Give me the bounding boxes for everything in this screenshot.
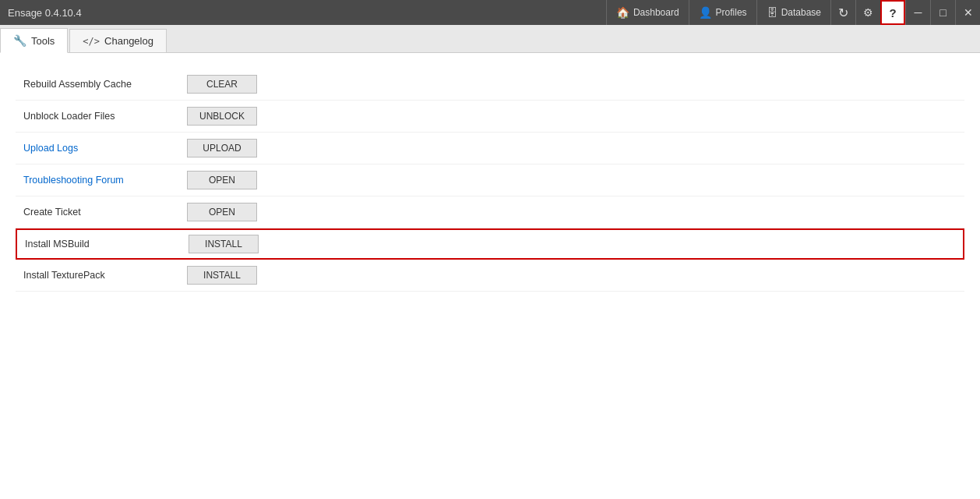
nav-profiles[interactable]: 👤 Profiles [689, 0, 756, 25]
app-body: 🔧 Tools </> Changelog Rebuild Assembly C… [0, 25, 980, 499]
dashboard-icon: 🏠 [616, 6, 629, 19]
tool-label: Troubleshooting Forum [23, 175, 187, 186]
refresh-button[interactable]: ↻ [830, 0, 855, 25]
maximize-button[interactable]: □ [930, 0, 955, 25]
tool-action-button[interactable]: UNBLOCK [187, 107, 257, 126]
minimize-button[interactable]: ─ [905, 0, 930, 25]
tool-label: Install MSBuild [25, 239, 189, 250]
tool-action-button[interactable]: INSTALL [189, 235, 259, 253]
tool-row: Upload LogsUPLOAD [16, 133, 964, 165]
tools-content: Rebuild Assembly CacheCLEARUnblock Loade… [0, 53, 980, 499]
tool-label: Unblock Loader Files [23, 111, 187, 122]
tool-row: Install MSBuildINSTALL [16, 228, 964, 260]
nav-database[interactable]: 🗄 Database [756, 0, 830, 25]
nav-dashboard-label: Dashboard [633, 7, 679, 18]
profiles-icon: 👤 [699, 6, 712, 19]
tool-label: Rebuild Assembly Cache [23, 79, 187, 90]
app-title: Ensage 0.4.10.4 [8, 7, 82, 19]
tool-label: Upload Logs [23, 143, 187, 154]
nav-dashboard[interactable]: 🏠 Dashboard [606, 0, 689, 25]
changelog-icon: </> [83, 36, 100, 47]
tab-tools[interactable]: 🔧 Tools [0, 28, 68, 53]
tools-icon: 🔧 [13, 34, 26, 47]
tab-changelog[interactable]: </> Changelog [69, 29, 167, 52]
tab-tools-label: Tools [31, 35, 55, 47]
tool-action-button[interactable]: OPEN [187, 171, 257, 189]
tab-bar: 🔧 Tools </> Changelog [0, 25, 980, 53]
tool-row: Unblock Loader FilesUNBLOCK [16, 101, 964, 133]
tool-label: Install TexturePack [23, 270, 187, 281]
nav-profiles-label: Profiles [716, 7, 747, 18]
tool-action-button[interactable]: UPLOAD [187, 139, 257, 157]
tool-action-button[interactable]: INSTALL [187, 266, 257, 285]
tab-changelog-label: Changelog [104, 35, 153, 47]
title-bar-right: 🏠 Dashboard 👤 Profiles 🗄 Database ↻ ⚙ ? … [606, 0, 980, 25]
tool-row: Troubleshooting ForumOPEN [16, 165, 964, 196]
tool-row: Create TicketOPEN [16, 196, 964, 228]
nav-database-label: Database [781, 7, 821, 18]
close-button[interactable]: ✕ [955, 0, 980, 25]
title-bar: Ensage 0.4.10.4 🏠 Dashboard 👤 Profiles 🗄… [0, 0, 980, 25]
tool-row: Rebuild Assembly CacheCLEAR [16, 69, 964, 101]
tool-row: Install TexturePackINSTALL [16, 260, 964, 292]
tool-action-button[interactable]: OPEN [187, 203, 257, 221]
database-icon: 🗄 [767, 6, 777, 19]
tool-label: Create Ticket [23, 207, 187, 218]
tool-action-button[interactable]: CLEAR [187, 75, 257, 94]
help-button[interactable]: ? [880, 0, 905, 25]
settings-button[interactable]: ⚙ [855, 0, 880, 25]
tools-list: Rebuild Assembly CacheCLEARUnblock Loade… [16, 69, 964, 292]
